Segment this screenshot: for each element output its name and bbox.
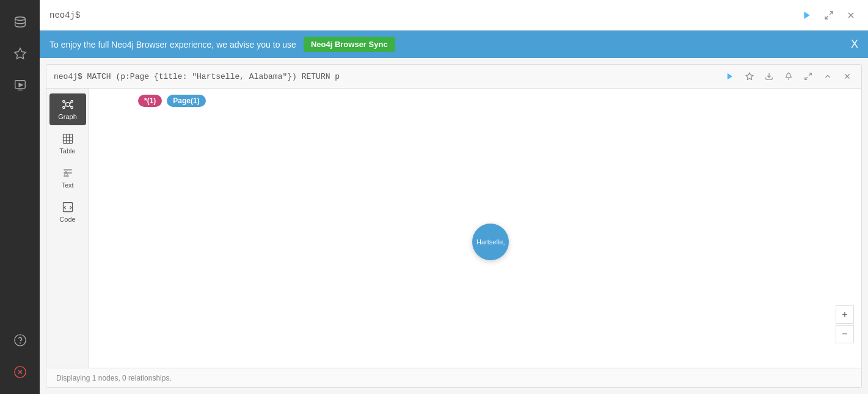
- svg-point-6: [20, 343, 20, 343]
- banner: To enjoy the full Neo4j Browser experien…: [40, 31, 868, 58]
- result-fullscreen-button[interactable]: [801, 70, 815, 83]
- main-content: neo4j$ To enjoy the full Neo4j Browser e…: [40, 0, 868, 394]
- view-nav: Graph Table A: [46, 89, 89, 368]
- result-collapse-button[interactable]: [821, 70, 834, 83]
- status-text: Displaying 1 nodes, 0 relationships.: [56, 374, 172, 382]
- svg-text:A: A: [64, 170, 68, 176]
- view-nav-code[interactable]: Code: [49, 196, 86, 228]
- svg-point-5: [14, 335, 25, 346]
- svg-marker-16: [746, 73, 753, 79]
- result-close-button[interactable]: [841, 70, 854, 83]
- view-nav-table-label: Table: [59, 147, 75, 155]
- svg-line-11: [830, 12, 833, 15]
- view-nav-text-label: Text: [61, 181, 73, 189]
- status-bar: Displaying 1 nodes, 0 relationships.: [46, 368, 861, 387]
- svg-point-23: [65, 103, 70, 107]
- svg-marker-3: [19, 83, 23, 87]
- svg-point-0: [15, 17, 25, 21]
- zoom-out-button[interactable]: −: [836, 325, 854, 343]
- view-nav-text[interactable]: A Text: [49, 162, 86, 194]
- banner-close-button[interactable]: X: [841, 38, 858, 51]
- run-button[interactable]: [800, 8, 814, 23]
- sidebar-icon-favorites[interactable]: [7, 40, 34, 67]
- svg-line-20: [805, 77, 808, 79]
- svg-line-19: [809, 73, 811, 76]
- zoom-in-button[interactable]: +: [836, 305, 854, 324]
- result-panel: neo4j$ MATCH (p:Page {title: "Hartselle,…: [46, 64, 862, 388]
- command-bar: neo4j$: [40, 0, 868, 31]
- result-pin-button[interactable]: [782, 70, 795, 83]
- view-nav-graph[interactable]: Graph: [49, 93, 86, 125]
- view-nav-code-label: Code: [59, 216, 75, 223]
- tag-page[interactable]: Page(1): [167, 95, 205, 107]
- command-prompt: neo4j$: [49, 10, 80, 20]
- svg-marker-15: [728, 73, 732, 80]
- sidebar-icon-database[interactable]: [7, 9, 34, 35]
- graph-node[interactable]: Hartselle,: [472, 224, 509, 260]
- browser-sync-button[interactable]: Neo4j Browser Sync: [304, 37, 395, 52]
- result-actions: [723, 70, 854, 83]
- zoom-controls: + −: [836, 305, 854, 343]
- svg-marker-10: [804, 12, 809, 19]
- svg-line-12: [825, 16, 828, 19]
- result-download-button[interactable]: [762, 70, 776, 83]
- query-text: MATCH (p:Page {title: "Hartselle, Alabam…: [82, 72, 340, 81]
- close-command-button[interactable]: [844, 8, 858, 23]
- graph-area[interactable]: *(1) Page(1) Hartselle, + −: [89, 89, 861, 368]
- view-nav-table[interactable]: Table: [49, 128, 86, 159]
- command-bar-actions: [800, 8, 858, 23]
- svg-marker-1: [14, 48, 25, 59]
- svg-line-31: [70, 106, 71, 108]
- sidebar-icon-help[interactable]: [7, 327, 34, 354]
- result-query: neo4j$ MATCH (p:Page {title: "Hartselle,…: [54, 72, 340, 81]
- banner-text: To enjoy the full Neo4j Browser experien…: [49, 40, 296, 49]
- query-prefix: neo4j$: [54, 72, 82, 81]
- result-header: neo4j$ MATCH (p:Page {title: "Hartselle,…: [46, 65, 861, 89]
- expand-button[interactable]: [822, 8, 836, 23]
- tags-row: *(1) Page(1): [138, 95, 206, 107]
- graph-node-label: Hartselle,: [476, 238, 505, 246]
- sidebar-icon-error[interactable]: [7, 359, 34, 385]
- svg-line-28: [65, 102, 66, 104]
- sidebar-icon-play[interactable]: [7, 72, 34, 99]
- sidebar: [0, 0, 40, 394]
- svg-line-30: [65, 106, 66, 108]
- svg-rect-32: [63, 134, 72, 144]
- svg-line-29: [70, 102, 71, 104]
- result-favorite-button[interactable]: [743, 70, 756, 83]
- result-body: Graph Table A: [46, 89, 861, 368]
- result-run-button[interactable]: [723, 70, 737, 83]
- tag-star[interactable]: *(1): [138, 95, 162, 107]
- view-nav-graph-label: Graph: [58, 113, 77, 120]
